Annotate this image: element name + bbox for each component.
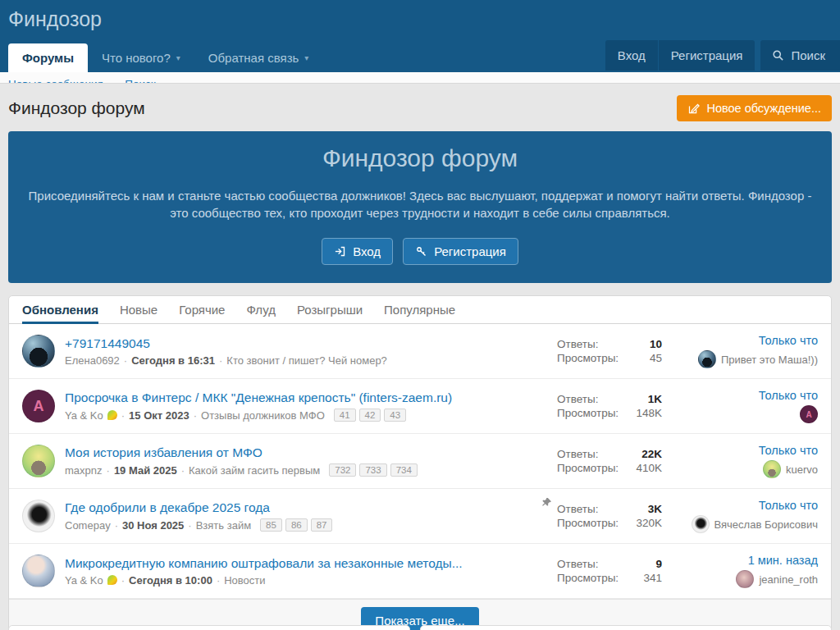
thread-forum-link[interactable]: Отзывы должников МФО (201, 409, 325, 422)
page-badge[interactable]: 43 (384, 409, 406, 422)
thread-date[interactable]: Сегодня в 10:00 (129, 574, 212, 587)
thread-list: +79171449045 Елена0692 · Сегодня в 16:31… (9, 324, 831, 599)
bottom-widget-right (420, 625, 832, 630)
views-count: 341 (643, 572, 662, 584)
last-post-time-link[interactable]: Только что (662, 444, 818, 457)
tab-item[interactable]: Розыгрыши (297, 296, 363, 324)
thread-title-link[interactable]: Где одобрили в декабре 2025 года (65, 500, 270, 515)
last-post-time-link[interactable]: Только что (662, 389, 818, 402)
page-title: Финдозор форум (8, 98, 145, 118)
key-icon (415, 245, 427, 258)
thread-author-link[interactable]: maxpnz (65, 464, 103, 477)
views-count: 148K (636, 407, 662, 419)
page-badge[interactable]: 41 (334, 409, 356, 422)
avatar[interactable] (22, 445, 55, 477)
page-badge[interactable]: 85 (260, 518, 282, 532)
avatar[interactable] (22, 500, 55, 532)
thread-forum-link[interactable]: Взять займ (196, 519, 251, 532)
page-badges: 858687 (260, 518, 332, 532)
thread-forum-link[interactable]: Новости (224, 574, 265, 587)
thread-title-link[interactable]: Микрокредитную компанию оштрафовали за н… (65, 556, 463, 571)
thread-row: Микрокредитную компанию оштрафовали за н… (9, 544, 831, 599)
page-badge[interactable]: 733 (359, 463, 386, 477)
search-button[interactable]: Поиск (760, 40, 840, 71)
last-post-time-link[interactable]: Только что (662, 334, 818, 347)
page-badge[interactable]: 42 (359, 409, 381, 422)
banner-description: Присоединяйтесь к нам и станьте частью с… (23, 187, 817, 221)
thread-title-link[interactable]: Моя история избавления от МФО (65, 445, 262, 460)
last-post-block: Только что Привет это Маша!)) (662, 334, 818, 368)
search-icon (772, 49, 784, 62)
thread-meta: Елена0692 · Сегодня в 16:31 · Кто звонит… (65, 354, 547, 367)
last-poster-avatar[interactable]: A (800, 405, 818, 423)
tab-item[interactable]: Флуд (246, 296, 275, 324)
thread-title-link[interactable]: Просрочка в Финтерс / МКК "Денежная креп… (65, 390, 452, 405)
thread-forum-link[interactable]: Какой займ гасить первым (189, 464, 320, 477)
views-label: Просмотры: (557, 462, 619, 474)
views-label: Просмотры: (557, 517, 619, 529)
nav-item-active[interactable]: Форумы (8, 43, 88, 72)
thread-author-link[interactable]: Елена0692 (65, 354, 120, 367)
last-poster-name[interactable]: kuervo (786, 463, 818, 476)
avatar[interactable] (22, 555, 55, 587)
avatar[interactable] (22, 335, 55, 368)
last-poster-name[interactable]: Привет это Маша!)) (721, 354, 818, 366)
thread-date[interactable]: 15 Окт 2023 (129, 409, 189, 422)
primary-nav: ФорумыЧто нового?▾Обратная связь▾ (8, 43, 322, 72)
nav-item-link[interactable]: Что нового?▾ (88, 43, 194, 72)
last-post-block: Только что kuervo (662, 444, 818, 478)
last-post-time-link[interactable]: Только что (662, 499, 818, 512)
thread-author-link[interactable]: Ya & Ko (65, 574, 103, 587)
parrot-emoji (107, 410, 117, 420)
page-badge[interactable]: 734 (390, 463, 418, 477)
thread-stats: Ответы:10 Просмотры:45 (557, 336, 662, 366)
thread-date[interactable]: 30 Ноя 2025 (122, 519, 184, 532)
page-badge[interactable]: 86 (285, 518, 308, 532)
page-badges: 414243 (334, 409, 406, 422)
last-post-block: 1 мин. назад jeanine_roth (662, 554, 818, 588)
page-badge[interactable]: 87 (311, 518, 333, 532)
tab-active[interactable]: Обновления (22, 296, 98, 324)
banner-register-button[interactable]: Регистрация (403, 238, 518, 265)
thread-forum-link[interactable]: Кто звонит / пишет? Чей номер? (226, 354, 387, 367)
nav-item-link[interactable]: Обратная связь▾ (194, 43, 323, 72)
thread-date[interactable]: Сегодня в 16:31 (131, 354, 215, 367)
thread-row: +79171449045 Елена0692 · Сегодня в 16:31… (9, 324, 831, 379)
thread-stats: Ответы:9 Просмотры:341 (557, 556, 662, 586)
thread-tabs: ОбновленияНовыеГорячиеФлудРозыгрышиПопул… (9, 296, 831, 324)
tab-item[interactable]: Горячие (179, 296, 225, 324)
register-link[interactable]: Регистрация (659, 40, 756, 71)
replies-label: Ответы: (557, 448, 598, 460)
thread-author-link[interactable]: Ya & Ko (65, 409, 103, 422)
avatar[interactable]: A (22, 390, 55, 422)
thread-title-link[interactable]: +79171449045 (65, 336, 150, 351)
last-poster-avatar[interactable] (698, 350, 716, 368)
new-discussion-button[interactable]: Новое обсуждение... (677, 95, 832, 121)
replies-count: 3K (648, 503, 662, 515)
page-badges: 732733734 (329, 463, 418, 477)
subnav: Новые сообщения Поиск (0, 72, 840, 84)
tab-item[interactable]: Популярные (384, 296, 455, 324)
login-link[interactable]: Вход (605, 40, 659, 71)
thread-row: A Просрочка в Финтерс / МКК "Денежная кр… (9, 379, 831, 434)
site-logo[interactable]: Финдозор (8, 7, 102, 31)
subnav-new-posts[interactable]: Новые сообщения (8, 72, 103, 84)
chevron-down-icon: ▾ (176, 53, 180, 62)
last-poster-avatar[interactable] (763, 460, 781, 478)
chevron-down-icon: ▾ (304, 53, 308, 62)
last-poster-name[interactable]: Вячеслав Борисович (714, 518, 818, 531)
page-badge[interactable]: 732 (329, 463, 356, 477)
last-poster-avatar[interactable] (692, 515, 710, 533)
views-count: 410K (636, 462, 662, 474)
thread-date[interactable]: 19 Май 2025 (114, 464, 177, 477)
title-bar: Финдозор форум Новое обсуждение... (0, 84, 840, 131)
last-poster-avatar[interactable] (736, 570, 754, 588)
tab-item[interactable]: Новые (120, 296, 158, 324)
banner-login-button[interactable]: Вход (322, 238, 393, 265)
subnav-search[interactable]: Поиск (125, 72, 155, 84)
thread-author-link[interactable]: Comepay (65, 519, 111, 532)
replies-count: 10 (650, 338, 662, 350)
thread-list-card: ОбновленияНовыеГорячиеФлудРозыгрышиПопул… (8, 295, 832, 630)
last-poster-name[interactable]: jeanine_roth (759, 573, 818, 586)
last-post-time-link[interactable]: 1 мин. назад (662, 554, 818, 567)
